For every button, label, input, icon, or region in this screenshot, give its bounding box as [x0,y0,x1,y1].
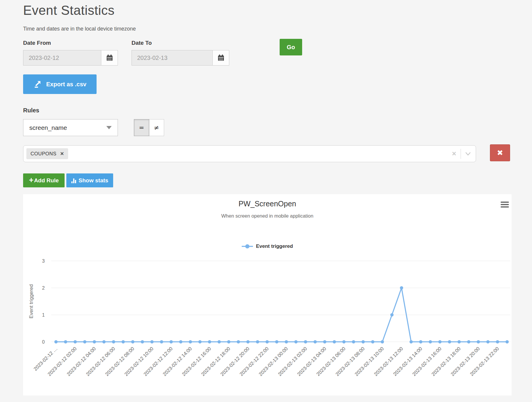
bar-chart-icon [71,178,77,184]
date-from-input-group [23,50,118,66]
date-to-label: Date To [132,40,229,46]
calendar-icon [106,54,113,62]
svg-text:3: 3 [42,259,45,264]
tag-input[interactable]: COUPONS ✕ ✕ [23,145,476,162]
date-from-label: Date From [23,40,118,46]
rule-field-value: screen_name [29,124,67,131]
date-filter-row: Date From [23,40,512,66]
chart-plot: 0123Event triggered2023-02-12 …2023-02-1… [23,194,512,395]
date-to-input-group [132,50,229,66]
chip-remove-icon[interactable]: ✕ [60,151,64,157]
date-from-calendar-button[interactable] [101,50,118,65]
date-to-calendar-button[interactable] [212,50,229,65]
chevron-down-icon[interactable] [465,152,471,156]
hamburger-icon [501,202,509,203]
tag-chip: COUPONS ✕ [26,148,68,159]
chart-subtitle: When screen opened in mobile application [23,213,512,219]
rule-value-row: COUPONS ✕ ✕ ✖ [23,145,512,162]
tag-input-controls: ✕ [452,146,471,162]
go-button[interactable]: Go [280,39,302,55]
tag-chip-label: COUPONS [31,151,57,157]
export-csv-button[interactable]: Export as .csv [23,74,97,94]
plus-icon: + [29,176,33,185]
svg-text:1: 1 [42,312,45,318]
divider [461,149,461,159]
calendar-icon [217,54,225,62]
page-title: Event Statistics [23,3,512,18]
date-from-field: Date From [23,40,118,66]
operator-toggle: = ≠ [134,119,164,136]
page: Event Statistics Time and dates are in t… [0,0,512,395]
export-icon [33,80,41,88]
hamburger-icon [501,206,509,208]
legend-label: Event triggered [256,243,293,249]
svg-text:2: 2 [42,285,45,291]
show-stats-button[interactable]: Show stats [66,173,113,187]
chart-title: PW_ScreenOpen [23,200,512,208]
delete-rule-button[interactable]: ✖ [490,144,510,161]
rule-field-select[interactable]: screen_name [23,119,118,136]
add-rule-label: Add Rule [34,177,59,184]
show-stats-label: Show stats [78,177,108,184]
close-icon: ✖ [497,149,503,157]
actions-row: + Add Rule Show stats [23,173,512,187]
rule-field-row: screen_name = ≠ [23,119,512,136]
export-label: Export as .csv [46,81,86,88]
date-from-input[interactable] [23,50,101,65]
operator-equals-button[interactable]: = [134,119,149,136]
chart-menu-button[interactable] [500,200,510,209]
rules-label: Rules [23,107,512,114]
date-to-input[interactable] [132,50,212,65]
page-subtitle: Time and dates are in the local device t… [23,26,512,32]
chevron-down-icon [106,126,112,129]
svg-text:Event triggered: Event triggered [28,284,34,318]
chart-legend-item[interactable]: Event triggered [23,243,512,249]
add-rule-button[interactable]: + Add Rule [23,173,65,187]
svg-text:0: 0 [42,339,45,344]
date-to-field: Date To [132,40,229,66]
chart-panel: 0123Event triggered2023-02-12 …2023-02-1… [23,194,512,395]
clear-selection-icon[interactable]: ✕ [452,150,456,157]
legend-marker-icon [242,244,253,249]
operator-not-equals-button[interactable]: ≠ [149,119,164,136]
hamburger-icon [501,204,509,205]
